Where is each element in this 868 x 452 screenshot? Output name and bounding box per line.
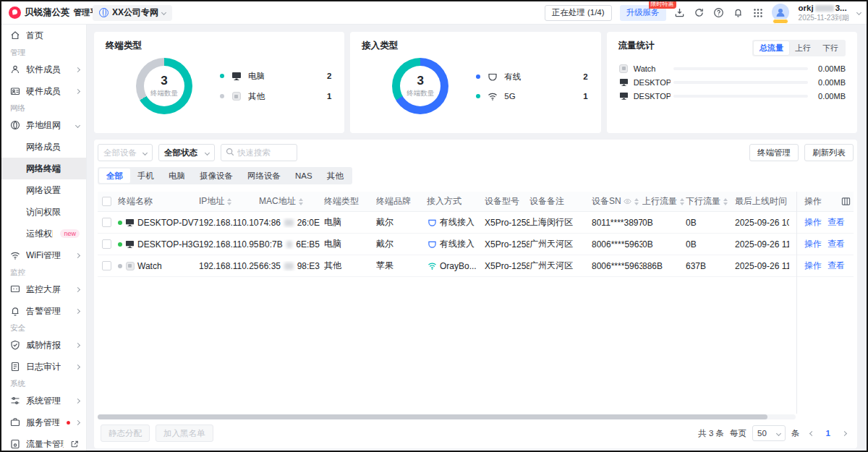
tab-upstream[interactable]: 上行: [789, 41, 817, 55]
col-last-online[interactable]: 最后上线时间: [735, 195, 789, 208]
brand-logo-icon: [9, 7, 21, 19]
card-title: 终端类型: [106, 40, 333, 52]
tab-all[interactable]: 全部: [99, 169, 130, 183]
watch-device-icon: [124, 262, 135, 270]
sidebar-section-security: 安全: [1, 322, 86, 334]
computer-icon: [124, 218, 135, 227]
user-name-suffix: 3...: [835, 4, 847, 13]
user-menu-chevron-icon[interactable]: [856, 10, 861, 15]
row-op-link[interactable]: 操作: [804, 238, 822, 250]
search-input[interactable]: [237, 148, 288, 157]
top-bar: 贝锐蒲公英 管理平台 XX公司专网 正在处理 (1/4) 升级服务 限时特惠: [1, 1, 867, 25]
col-device-model: 设备型号: [485, 195, 529, 208]
apps-grid-icon[interactable]: [752, 7, 764, 19]
refresh-icon[interactable]: [694, 7, 705, 19]
column-settings-icon[interactable]: [841, 197, 854, 206]
table-row[interactable]: DESKTOP-H3G62JL 192.168.110.95 B0:7B6E:B…: [98, 234, 796, 255]
traffic-stats-card: 流量统计 总流量 上行 下行 Watch: [607, 32, 857, 133]
sidebar-section-monitor: 监控: [1, 266, 86, 278]
sidebar-item-alert-management[interactable]: 告警管理: [1, 300, 86, 322]
sidebar-item-network-terminals[interactable]: 网络终端: [1, 158, 86, 179]
legend-dot: [476, 74, 480, 79]
table-row[interactable]: Watch 192.168.110.25 66:3598:E3 其他 苹果 Or…: [98, 255, 796, 277]
terminal-type-card: 终端类型 3 终端数量 电脑: [94, 32, 344, 133]
add-blacklist-button[interactable]: 加入黑名单: [156, 425, 213, 442]
row-actions: 操作 查看: [797, 234, 854, 255]
tab-camera[interactable]: 摄像设备: [192, 169, 240, 183]
next-page-button[interactable]: [838, 432, 851, 435]
external-link-icon: [69, 439, 80, 449]
user-info[interactable]: orkj 3... 2025-11-23到期: [799, 4, 849, 22]
sidebar-item-threat-intel[interactable]: 威胁情报: [1, 334, 86, 356]
tab-downstream[interactable]: 下行: [817, 41, 844, 55]
filter-row: 全部设备 全部状态 终端管理 刷新列表: [98, 144, 854, 161]
chevron-down-icon: [161, 10, 166, 15]
row-checkbox[interactable]: [102, 218, 111, 227]
tab-other[interactable]: 其他: [320, 169, 351, 183]
static-assign-button[interactable]: 静态分配: [101, 425, 150, 442]
monitor-screen-icon: [10, 284, 20, 294]
sidebar-item-monitor-screen[interactable]: 监控大屏: [1, 278, 86, 300]
col-terminal-type: 终端类型: [324, 195, 376, 208]
tab-total-traffic[interactable]: 总流量: [754, 41, 789, 55]
row-view-link[interactable]: 查看: [827, 238, 845, 250]
legend: 电脑 2 其他 1: [220, 71, 331, 102]
network-selector[interactable]: XX公司专网: [93, 5, 172, 21]
mac-address: B0:7B6E:B5: [259, 239, 324, 250]
tab-network-device[interactable]: 网络设备: [240, 169, 288, 183]
tab-phone[interactable]: 手机: [130, 169, 161, 183]
tab-nas[interactable]: NAS: [288, 169, 320, 183]
col-device-note: 设备备注: [529, 195, 592, 208]
row-view-link[interactable]: 查看: [827, 216, 845, 229]
status-filter-select[interactable]: 全部状态: [158, 144, 215, 161]
sidebar-item-software-members[interactable]: 软件成员: [1, 59, 86, 80]
sidebar-item-log-audit[interactable]: 日志审计: [1, 356, 86, 378]
sidebar-item-system-management[interactable]: 系统管理: [1, 390, 86, 412]
sidebar-item-access-permissions[interactable]: 访问权限: [1, 201, 86, 223]
col-ip[interactable]: IP地址: [199, 195, 259, 208]
sidebar-item-service-management[interactable]: 服务管理: [1, 412, 86, 433]
chevron-down-icon: [205, 150, 210, 155]
row-op-link[interactable]: 操作: [804, 260, 822, 272]
sidebar-item-network-settings[interactable]: 网络设置: [1, 179, 86, 201]
sidebar-item-wifi-management[interactable]: WiFi管理: [1, 244, 86, 266]
device-type-tabs: 全部 手机 电脑 摄像设备 网络设备 NAS 其他: [98, 167, 352, 184]
scrollbar-track[interactable]: [98, 414, 796, 419]
row-checkbox[interactable]: [102, 261, 111, 270]
row-op-link[interactable]: 操作: [804, 216, 822, 229]
current-page[interactable]: 1: [825, 429, 832, 438]
legend-row: 其他 1: [220, 91, 331, 102]
user-avatar[interactable]: [772, 4, 791, 22]
col-downstream[interactable]: 下行流量: [686, 195, 735, 208]
sidebar-item-sim-card-management[interactable]: 流量卡管理: [1, 433, 86, 451]
download-icon[interactable]: [674, 7, 686, 19]
donut-center-label: 终端数量: [407, 89, 434, 98]
redacted-mac: [286, 241, 293, 248]
online-status-dot: [118, 242, 122, 247]
card-title: 流量统计: [618, 40, 655, 52]
col-device-sn[interactable]: 设备SN: [592, 195, 642, 208]
device-filter-select[interactable]: 全部设备: [98, 144, 153, 161]
page-size-select[interactable]: 50: [752, 425, 786, 441]
sidebar-item-ops-permissions[interactable]: 运维权限 new: [1, 223, 86, 244]
prev-page-button[interactable]: [806, 432, 819, 435]
refresh-list-button[interactable]: 刷新列表: [804, 144, 854, 161]
sidebar-item-network-members[interactable]: 网络成员: [1, 136, 86, 158]
row-checkbox[interactable]: [102, 239, 111, 249]
table-row[interactable]: DESKTOP-DV7NHTS 192.168.110.104 74:8626:…: [98, 212, 796, 234]
notifications-bell-icon[interactable]: [733, 7, 744, 19]
sidebar-item-home[interactable]: 首页: [1, 25, 86, 46]
sidebar-item-hardware-members[interactable]: 硬件成员: [1, 80, 86, 102]
terminal-manage-button[interactable]: 终端管理: [749, 144, 799, 161]
card-title: 接入类型: [362, 40, 589, 52]
col-upstream[interactable]: 上行流量: [642, 195, 686, 208]
sidebar-item-site-networking[interactable]: 异地组网: [1, 114, 86, 136]
document-icon: [10, 362, 20, 372]
help-icon[interactable]: [713, 7, 725, 19]
select-all-checkbox[interactable]: [102, 197, 111, 206]
row-view-link[interactable]: 查看: [827, 260, 845, 272]
scrollbar-thumb[interactable]: [98, 414, 767, 419]
col-mac[interactable]: MAC地址: [259, 195, 324, 208]
tab-computer[interactable]: 电脑: [161, 169, 192, 183]
processing-button[interactable]: 正在处理 (1/4): [545, 5, 612, 21]
